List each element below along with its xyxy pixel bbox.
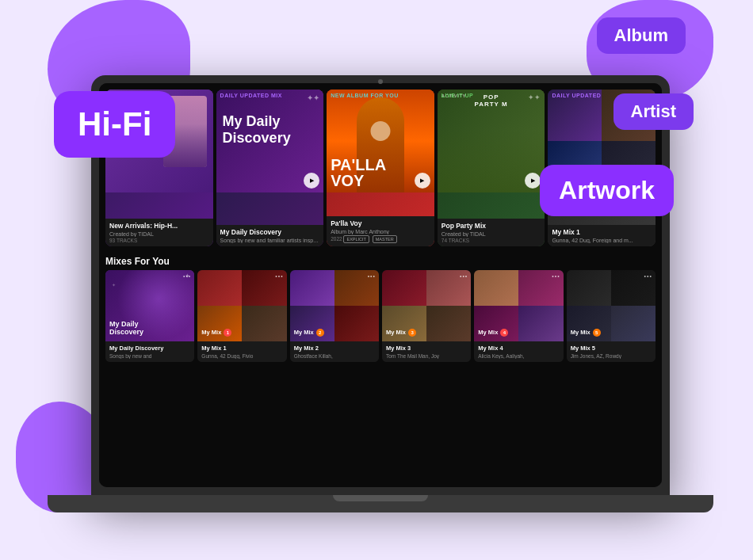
badge-explicit: EXPLICIT xyxy=(343,235,369,243)
tooltip-hifi-text: Hi-Fi xyxy=(78,105,151,143)
tooltip-artist: Artist xyxy=(613,93,694,130)
featured-card-my-daily[interactable]: ✦✦ My DailyDiscovery ▶ DAILY UPDATED MIX… xyxy=(216,90,324,246)
card-label-palla: NEW ALBUM FOR YOU xyxy=(331,93,399,98)
mix-dots-5[interactable]: ••• xyxy=(644,273,652,279)
mix-name-5: My Mix 5 xyxy=(571,345,652,352)
mix-title-3: My Mix 3 xyxy=(386,329,416,337)
mix-card-4[interactable]: My Mix 4 ••• My Mix 4 Alicia Keys, Aaliy… xyxy=(474,270,563,362)
mix-title-4: My Mix 4 xyxy=(478,329,508,337)
mix-name-daily: My Daily Discovery xyxy=(109,345,190,352)
card-info-palla: Pa'lla Voy Album by Marc Anthony 2022 EX… xyxy=(327,216,434,246)
card-info-new-arrivals: New Arrivals: Hip-H... Created by TIDAL … xyxy=(105,219,213,246)
laptop-camera xyxy=(378,79,383,84)
mix-name-2: My Mix 2 xyxy=(294,345,375,352)
card-label-my-daily: DAILY UPDATED MIX xyxy=(220,93,282,98)
card-subtitle-my-daily: Songs by new and familiar artists inspir… xyxy=(220,238,320,243)
card-title-my-daily: My Daily Discovery xyxy=(220,228,320,236)
tooltip-album-text: Album xyxy=(614,25,668,45)
mix-info-daily: My Daily Discovery Songs by new and xyxy=(105,341,194,362)
badge-master: MASTER xyxy=(373,235,397,243)
card-subtitle-pop-party: Created by TIDAL xyxy=(441,231,541,237)
mix-card-5[interactable]: My Mix 5 ••• My Mix 5 Jim Jones, AZ, Row… xyxy=(567,270,656,362)
mix-card-daily-discovery[interactable]: ✦ ✦ My DailyDiscovery ••• My Daily Disco… xyxy=(105,270,194,362)
mix-dots-2[interactable]: ••• xyxy=(368,273,376,279)
mix-title-2: My Mix 2 xyxy=(294,329,324,337)
mix-name-4: My Mix 4 xyxy=(478,345,559,352)
mix-info-4: My Mix 4 Alicia Keys, Aaliyah, xyxy=(474,341,563,362)
card-info-my-mix1: My Mix 1 Gunna, 42 Dug, Foreign and m... xyxy=(548,225,656,246)
card-meta-palla: 2022 EXPLICIT MASTER xyxy=(331,235,430,243)
card-meta-new-arrivals: 93 TRACKS xyxy=(109,238,209,243)
mix-dots-4[interactable]: ••• xyxy=(552,273,560,279)
palla-text: PA'LLAVOY xyxy=(331,157,386,189)
laptop-frame: ✦ ✦ ✦ JUST RELEASED New Arrivals: Hip-H.… xyxy=(91,75,670,495)
card-info-my-daily: My Daily Discovery Songs by new and fami… xyxy=(216,225,324,246)
tooltip-artist-text: Artist xyxy=(631,101,676,121)
mix-info-3: My Mix 3 Tom The Mail Man, Joy xyxy=(382,341,471,362)
card-info-pop-party: Pop Party Mix Created by TIDAL 74 TRACKS xyxy=(438,219,545,246)
screen-content: ✦ ✦ ✦ JUST RELEASED New Arrivals: Hip-H.… xyxy=(99,83,662,487)
mix-name-3: My Mix 3 xyxy=(386,345,467,352)
featured-card-pop-party[interactable]: POPPARTY M ACTIVITY ✦✦ ▶ LIVE IT UP Pop … xyxy=(438,90,545,246)
mix-info-2: My Mix 2 Ghostface Killah, xyxy=(290,341,379,362)
mix-dots-3[interactable]: ••• xyxy=(460,273,468,279)
tooltip-album: Album xyxy=(597,17,686,54)
mix-sub-5: Jim Jones, AZ, Rowdy xyxy=(571,353,652,359)
my-daily-overlay-text: My DailyDiscovery xyxy=(223,113,291,146)
card-subtitle-new-arrivals: Created by TIDAL xyxy=(109,231,209,237)
mix-dots-daily[interactable]: ••• xyxy=(183,273,191,279)
mix-name-1: My Mix 1 xyxy=(201,345,282,352)
mix-title-1: My Mix 1 xyxy=(201,329,231,337)
mix-sub-4: Alicia Keys, Aaliyah, xyxy=(478,353,559,359)
card-subtitle-my-mix1: Gunna, 42 Dug, Foreign and m... xyxy=(552,238,652,243)
mix-card-3[interactable]: My Mix 3 ••• My Mix 3 Tom The Mail Man, … xyxy=(382,270,471,362)
mixes-row: ✦ ✦ My DailyDiscovery ••• My Daily Disco… xyxy=(99,270,662,362)
mix-sub-3: Tom The Mail Man, Joy xyxy=(386,353,467,359)
card-title-pop-party: Pop Party Mix xyxy=(441,222,541,230)
mix-info-1: My Mix 1 Gunna, 42 Dugg, Fivio xyxy=(197,341,286,362)
card-title-my-mix1: My Mix 1 xyxy=(552,228,652,236)
mix-title-5: My Mix 5 xyxy=(571,329,601,337)
mix-title-daily: My DailyDiscovery xyxy=(109,321,143,337)
mix-card-1[interactable]: My Mix 1 ••• My Mix 1 Gunna, 42 Dugg, Fi… xyxy=(197,270,286,362)
card-title-palla: Pa'lla Voy xyxy=(331,219,430,227)
card-subtitle-palla: Album by Marc Anthony xyxy=(331,229,430,234)
laptop-base xyxy=(48,495,713,512)
play-btn-palla[interactable]: ▶ xyxy=(415,173,430,189)
card-label-my-mix1: DAILY UPDATED xyxy=(552,93,601,98)
featured-card-palla-voy[interactable]: PA'LLAVOY ▶ NEW ALBUM FOR YOU Pa'lla Voy… xyxy=(327,90,434,246)
tooltip-artwork: Artwork xyxy=(540,165,674,216)
mix-dots-1[interactable]: ••• xyxy=(275,273,283,279)
mix-card-2[interactable]: My Mix 2 ••• My Mix 2 Ghostface Killah, xyxy=(290,270,379,362)
card-meta-pop-party: 74 TRACKS xyxy=(441,238,541,243)
mix-sub-daily: Songs by new and xyxy=(109,353,190,359)
tooltip-artwork-text: Artwork xyxy=(559,176,655,204)
card-title-new-arrivals: New Arrivals: Hip-H... xyxy=(109,222,209,230)
mixes-header-text: Mixes For You xyxy=(105,256,170,267)
mixes-section-header: Mixes For You xyxy=(99,250,662,270)
card-label-pop-party: LIVE IT UP xyxy=(441,93,473,98)
mix-info-5: My Mix 5 Jim Jones, AZ, Rowdy xyxy=(567,341,656,362)
mix-sub-2: Ghostface Killah, xyxy=(294,353,375,359)
laptop-screen: ✦ ✦ ✦ JUST RELEASED New Arrivals: Hip-H.… xyxy=(99,83,662,487)
mix-sub-1: Gunna, 42 Dugg, Fivio xyxy=(201,353,282,359)
tooltip-hifi: Hi-Fi xyxy=(54,91,175,158)
